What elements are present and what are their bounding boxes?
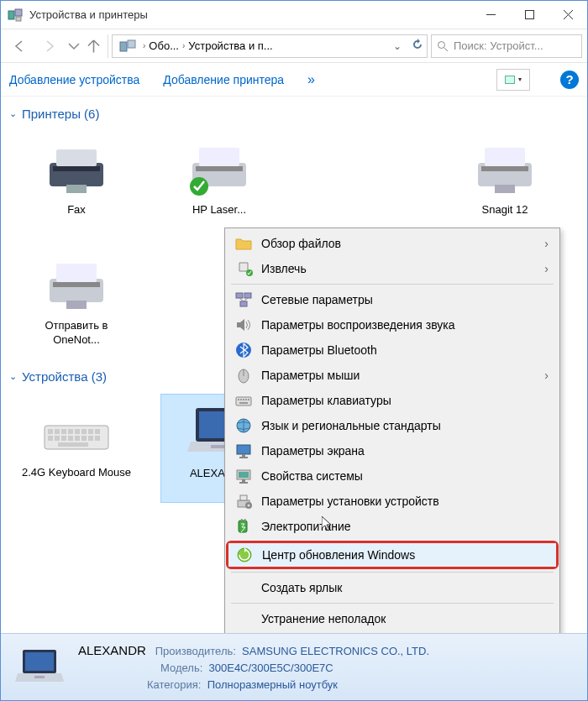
svg-rect-1	[15, 9, 22, 16]
device-item[interactable]: 2.4G Keyboard Mouse	[18, 394, 135, 503]
chevron-icon: ›	[182, 41, 185, 50]
printer-item[interactable]: Отправить в OneNot...	[18, 247, 135, 354]
svg-rect-12	[506, 76, 514, 83]
display-icon	[234, 442, 253, 460]
separator	[231, 284, 554, 285]
ctx-mouse[interactable]: Параметры мыши ›	[228, 363, 557, 388]
svg-rect-67	[245, 399, 247, 400]
svg-rect-73	[239, 457, 248, 458]
search-input[interactable]: Поиск: Устройст...	[431, 34, 582, 58]
titlebar: Устройства и принтеры	[1, 1, 587, 29]
svg-rect-75	[239, 472, 249, 478]
svg-rect-34	[75, 429, 80, 434]
ctx-browse-files[interactable]: Обзор файлов ›	[228, 231, 557, 256]
svg-rect-8	[128, 40, 135, 48]
printer-item[interactable]: Fax	[18, 131, 135, 238]
printer-item[interactable]: HP Laser...	[160, 131, 278, 238]
ctx-troubleshoot[interactable]: Устранение неполадок	[228, 606, 557, 631]
ctx-windows-update[interactable]: Центр обновления Windows	[228, 543, 556, 567]
svg-rect-15	[53, 166, 100, 171]
ctx-region[interactable]: Язык и региональные стандарты	[228, 413, 557, 438]
eject-icon	[234, 259, 253, 278]
svg-rect-87	[25, 652, 54, 671]
close-button[interactable]	[549, 3, 587, 28]
computer-icon	[234, 467, 253, 485]
breadcrumb[interactable]: › Обо... › Устройства и п... ⌄	[112, 34, 428, 58]
add-printer-button[interactable]: Добавление принтера	[163, 73, 284, 86]
svg-point-9	[438, 41, 445, 48]
forward-button[interactable]	[36, 33, 63, 60]
svg-rect-32	[61, 429, 66, 434]
up-button[interactable]	[85, 34, 108, 58]
svg-rect-63	[236, 397, 251, 405]
svg-rect-7	[120, 42, 127, 51]
help-button[interactable]: ?	[560, 71, 579, 89]
mouse-icon	[234, 366, 253, 385]
refresh-icon[interactable]	[412, 39, 423, 53]
breadcrumb-item[interactable]: Обо...	[149, 39, 179, 52]
search-icon	[437, 40, 449, 52]
svg-rect-64	[238, 399, 239, 400]
command-bar: Добавление устройства Добавление принтер…	[1, 63, 587, 97]
svg-rect-40	[61, 436, 66, 441]
minimize-button[interactable]	[471, 3, 510, 28]
printer-icon	[184, 138, 255, 196]
breadcrumb-item[interactable]: Устройства и п...	[188, 39, 272, 52]
svg-rect-33	[68, 429, 73, 434]
back-button[interactable]	[6, 33, 33, 60]
maximize-button[interactable]	[510, 3, 549, 28]
details-pane: ALEXANDR Производитель: SAMSUNG ELECTRON…	[1, 633, 587, 700]
view-options-button[interactable]	[496, 69, 530, 91]
printer-item[interactable]: Snagit 12	[446, 131, 564, 238]
ctx-bluetooth[interactable]: Параметры Bluetooth	[228, 337, 557, 363]
gear-icon	[234, 492, 253, 510]
svg-rect-19	[196, 166, 243, 171]
collapse-icon: ⌄	[9, 108, 17, 119]
svg-line-59	[244, 298, 248, 301]
svg-rect-14	[56, 149, 97, 166]
svg-rect-37	[95, 429, 100, 434]
fax-icon	[41, 138, 112, 196]
ctx-power[interactable]: Электропитание	[228, 514, 557, 539]
svg-rect-26	[56, 264, 97, 282]
svg-rect-77	[239, 482, 248, 484]
separator	[231, 572, 554, 573]
submenu-arrow-icon: ›	[544, 237, 549, 250]
windows-update-icon	[235, 546, 254, 564]
window-icon	[8, 8, 23, 23]
add-device-button[interactable]: Добавление устройства	[9, 73, 139, 86]
ctx-create-shortcut[interactable]: Создать ярлык	[228, 575, 557, 600]
content-area: ⌄ Принтеры (6) Fax HP Laser... Snagit 12…	[1, 97, 587, 633]
keyboard-icon	[41, 400, 112, 459]
svg-rect-27	[53, 282, 100, 287]
dropdown-icon[interactable]: ⌄	[393, 40, 402, 52]
ctx-keyboard[interactable]: Параметры клавиатуры	[228, 388, 557, 413]
svg-rect-84	[244, 519, 246, 521]
printer-icon	[470, 138, 540, 196]
ctx-display[interactable]: Параметры экрана	[228, 438, 557, 463]
submenu-arrow-icon: ›	[544, 369, 549, 382]
svg-rect-22	[485, 148, 525, 166]
speaker-icon	[234, 316, 253, 334]
ctx-network[interactable]: Сетевые параметры	[228, 287, 557, 312]
details-text: ALEXANDR Производитель: SAMSUNG ELECTRON…	[78, 641, 429, 693]
overflow-button[interactable]: »	[307, 72, 315, 87]
ctx-eject[interactable]: Извлечь ›	[228, 256, 557, 281]
control-panel-icon	[119, 38, 136, 55]
history-dropdown[interactable]	[66, 33, 81, 60]
svg-rect-76	[242, 479, 245, 482]
ctx-system[interactable]: Свойства системы	[228, 463, 557, 489]
svg-rect-45	[95, 436, 100, 441]
context-menu: Обзор файлов › Извлечь › Сетевые парамет…	[224, 228, 560, 633]
svg-rect-83	[241, 519, 243, 521]
ctx-sound[interactable]: Параметры воспроизведения звука	[228, 312, 557, 337]
svg-rect-38	[48, 436, 53, 441]
svg-rect-79	[240, 495, 247, 500]
svg-rect-72	[242, 454, 245, 457]
svg-rect-65	[240, 399, 242, 400]
svg-rect-39	[55, 436, 60, 441]
bluetooth-icon	[234, 341, 253, 359]
svg-rect-28	[66, 301, 87, 309]
ctx-install-settings[interactable]: Параметры установки устройств	[228, 489, 557, 514]
printers-section-header[interactable]: ⌄ Принтеры (6)	[1, 103, 587, 124]
